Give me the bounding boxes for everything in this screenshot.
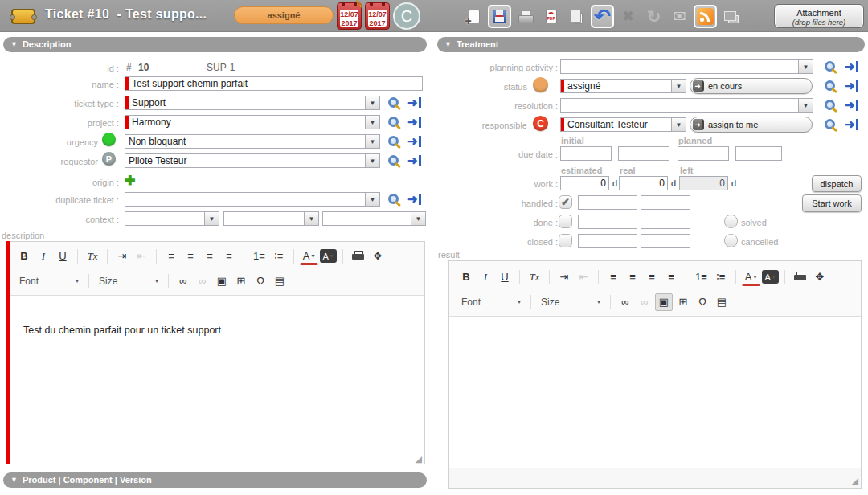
chevron-down-icon[interactable]: ▼ <box>798 99 813 112</box>
next-status-button[interactable]: ➜en cours <box>690 78 813 94</box>
responsible-search-icon[interactable] <box>825 119 835 129</box>
bold-button[interactable]: B <box>15 248 33 265</box>
bulleted-list-button[interactable]: ∶≡ <box>270 248 288 265</box>
due-date-initial-input[interactable] <box>560 146 612 161</box>
description-editor-body[interactable]: Test du chemin parfait pour un ticket su… <box>7 296 424 466</box>
undo-button[interactable]: ↶ <box>591 5 614 28</box>
project-select[interactable]: Harmony▼ <box>125 115 380 129</box>
cancelled-checkbox[interactable] <box>724 234 738 248</box>
link-button[interactable]: ∞ <box>174 272 192 290</box>
section-description[interactable]: ▼Description <box>3 37 427 52</box>
planning-search-icon[interactable] <box>825 61 835 72</box>
underline-button[interactable]: U <box>496 268 514 286</box>
responsible-goto-icon[interactable]: ➜ <box>845 119 858 130</box>
unlink-button[interactable]: ∞ <box>636 293 653 311</box>
chevron-down-icon[interactable]: ▼ <box>365 193 379 206</box>
status-select[interactable]: assigné▼ <box>560 79 686 93</box>
requestor-select[interactable]: Pilote Testeur▼ <box>125 153 380 168</box>
name-input[interactable] <box>125 76 423 91</box>
chevron-down-icon[interactable]: ▼ <box>671 80 686 92</box>
section-product-component-version[interactable]: ▼Product | Component | Version <box>3 472 427 488</box>
update-date-icon[interactable]: 12/072017 <box>365 2 390 30</box>
urgency-search-icon[interactable] <box>388 136 399 146</box>
numbered-list-button[interactable]: 1≡ <box>692 268 710 286</box>
remove-format-button[interactable]: Tx <box>526 268 543 286</box>
paste-word-button[interactable]: ▤ <box>271 272 289 290</box>
due-date-initial-time-input[interactable] <box>618 146 669 161</box>
ticket-type-select[interactable]: Support▼ <box>125 96 380 110</box>
ticket-type-search-icon[interactable] <box>388 97 399 108</box>
underline-button[interactable]: U <box>54 248 72 265</box>
italic-button[interactable]: I <box>477 268 494 286</box>
align-justify-button[interactable]: ≡ <box>662 268 680 286</box>
chevron-down-icon[interactable]: ▼ <box>304 212 318 225</box>
rss-button[interactable] <box>694 5 717 28</box>
planning-goto-icon[interactable]: ➜ <box>845 61 858 72</box>
closed-date-input[interactable] <box>578 234 637 248</box>
maximize-button[interactable]: ✥ <box>811 268 829 286</box>
table-button[interactable]: ⊞ <box>232 272 250 290</box>
bold-button[interactable]: B <box>457 268 475 286</box>
chevron-down-icon[interactable]: ▼ <box>671 118 686 131</box>
print-button[interactable] <box>349 248 367 265</box>
responsible-select[interactable]: Consultant Testeur▼ <box>560 117 686 132</box>
context-select-2[interactable]: ▼ <box>223 211 319 226</box>
context-select-1[interactable]: ▼ <box>125 211 219 226</box>
size-combo[interactable]: Size▾ <box>537 293 604 311</box>
numbered-list-button[interactable]: 1≡ <box>250 248 268 265</box>
indent-button[interactable]: ⇥ <box>555 268 573 286</box>
new-button[interactable] <box>462 5 485 28</box>
indent-button[interactable]: ⇥ <box>113 248 131 265</box>
resize-handle-icon[interactable]: ◢ <box>852 477 858 485</box>
print-button[interactable] <box>791 268 809 286</box>
text-color-button[interactable]: A▾ <box>300 249 318 265</box>
maximize-button[interactable]: ✥ <box>369 248 387 265</box>
bulleted-list-button[interactable]: ∶≡ <box>712 268 730 286</box>
dispatch-button[interactable]: dispatch <box>812 175 862 192</box>
handled-time-input[interactable] <box>641 195 690 210</box>
work-estimated-input[interactable] <box>560 176 609 190</box>
user-avatar[interactable]: C <box>393 2 420 30</box>
add-origin-icon[interactable]: ✚ <box>125 173 135 188</box>
print-button-toolbar[interactable] <box>514 5 537 28</box>
start-work-button[interactable]: Start work <box>802 194 862 212</box>
closed-checkbox[interactable] <box>559 234 572 248</box>
save-button[interactable] <box>488 5 511 28</box>
chevron-down-icon[interactable]: ▼ <box>204 212 219 225</box>
creation-date-icon[interactable]: ✎ 12/072017 <box>337 2 362 30</box>
work-real-input[interactable] <box>619 176 668 190</box>
urgency-goto-icon[interactable]: ➜ <box>407 136 421 147</box>
duplicate-search-icon[interactable] <box>388 194 399 204</box>
special-char-button[interactable]: Ω <box>694 293 711 311</box>
planning-activity-select[interactable]: ▼ <box>560 59 813 74</box>
ticket-type-goto-icon[interactable]: ➜ <box>407 97 421 108</box>
align-center-button[interactable]: ≡ <box>624 268 641 286</box>
unlink-button[interactable]: ∞ <box>194 272 211 290</box>
pdf-export-button[interactable] <box>539 5 563 28</box>
handled-date-input[interactable] <box>578 195 637 210</box>
chevron-down-icon[interactable]: ▼ <box>411 212 425 225</box>
font-combo[interactable]: Font▾ <box>15 272 83 290</box>
status-search-icon[interactable] <box>825 80 835 91</box>
context-select-3[interactable]: ▼ <box>322 211 426 226</box>
due-date-planned-time-input[interactable] <box>735 146 782 161</box>
align-justify-button[interactable]: ≡ <box>220 248 238 265</box>
remove-format-button[interactable]: Tx <box>84 248 101 265</box>
chevron-down-icon[interactable]: ▼ <box>365 116 379 129</box>
delete-button[interactable]: ✖ <box>616 5 640 28</box>
done-checkbox[interactable] <box>559 215 572 228</box>
project-search-icon[interactable] <box>388 117 399 127</box>
italic-button[interactable]: I <box>35 248 52 265</box>
done-time-input[interactable] <box>641 215 690 229</box>
attachment-button[interactable]: Attachment (drop files here) <box>774 4 864 28</box>
image-button[interactable]: ▣ <box>213 272 231 290</box>
copy-button[interactable] <box>565 5 588 28</box>
bg-color-button[interactable]: A▾ <box>320 249 337 263</box>
chevron-down-icon[interactable]: ▼ <box>365 154 379 167</box>
link-button[interactable]: ∞ <box>616 293 634 311</box>
image-button[interactable]: ▣ <box>655 293 673 311</box>
status-goto-icon[interactable]: ➜ <box>845 80 858 92</box>
paste-word-button[interactable]: ▤ <box>713 293 731 311</box>
align-left-button[interactable]: ≡ <box>162 248 180 265</box>
outdent-button[interactable]: ⇤ <box>133 248 150 265</box>
